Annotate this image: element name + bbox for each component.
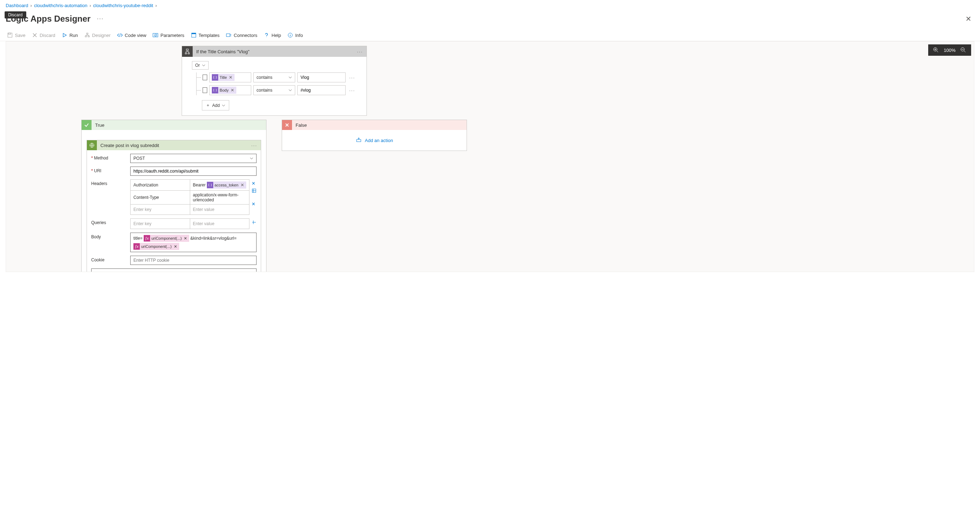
remove-header-icon[interactable]: ✕ — [251, 181, 256, 186]
cookie-input[interactable] — [130, 256, 256, 265]
operator-select[interactable]: contains — [253, 72, 295, 82]
token-label: access_token — [215, 183, 239, 187]
token-label: Title — [220, 75, 227, 80]
close-icon[interactable]: ✕ — [963, 13, 974, 24]
add-action-label: Add an action — [365, 138, 393, 143]
condition-header[interactable]: If the Title Contains "Vlog" ··· — [182, 46, 366, 57]
condition-icon — [182, 46, 192, 57]
token-remove-icon[interactable]: ✕ — [173, 244, 178, 249]
chevron-right-icon: › — [30, 3, 32, 8]
header-value-placeholder[interactable]: Enter value — [190, 204, 250, 214]
http-action-header[interactable]: Create post in vlog subreddit ··· — [87, 140, 261, 150]
plus-icon: ＋ — [206, 102, 210, 108]
header-key[interactable]: Authorization — [130, 180, 190, 190]
svg-rect-1 — [8, 33, 11, 34]
run-button[interactable]: Run — [62, 32, 78, 38]
help-button[interactable]: Help — [264, 32, 281, 38]
add-action-icon — [356, 137, 362, 144]
svg-rect-9 — [226, 34, 230, 37]
help-label: Help — [271, 33, 281, 38]
uri-input[interactable] — [130, 166, 256, 176]
condition-group-operator[interactable]: Or — [192, 61, 208, 70]
dynamic-token: Title ✕ — [212, 74, 234, 81]
http-menu-icon[interactable]: ··· — [248, 143, 261, 148]
token-remove-icon[interactable]: ✕ — [228, 75, 233, 80]
token-icon — [212, 74, 218, 81]
zoom-in-icon[interactable] — [933, 47, 939, 53]
add-parameter-select[interactable]: Add new parameter — [91, 268, 256, 272]
condition-menu-icon[interactable]: ··· — [353, 49, 366, 54]
operand-left[interactable]: Body ✕ — [209, 85, 251, 95]
header-value[interactable]: Bearer access_token ✕ — [190, 180, 250, 190]
body-text: title= — [134, 236, 143, 241]
body-label: Body — [91, 233, 130, 240]
query-value-placeholder[interactable]: Enter value — [190, 219, 250, 229]
more-menu-icon[interactable]: ··· — [97, 16, 103, 22]
add-label: Add — [212, 103, 220, 108]
svg-rect-14 — [185, 53, 187, 54]
body-text: &kind=link&sr=vlog&url= — [190, 236, 236, 241]
value-input[interactable] — [298, 85, 345, 95]
condition-title: If the Title Contains "Vlog" — [192, 47, 353, 56]
token-remove-icon[interactable]: ✕ — [183, 236, 188, 241]
add-action-button[interactable]: Add an action — [282, 130, 466, 150]
parameters-button[interactable]: @ Parameters — [153, 32, 184, 38]
token-remove-icon[interactable]: ✕ — [230, 88, 235, 93]
svg-rect-19 — [356, 140, 361, 142]
header-value[interactable]: application/x-www-form-urlencoded — [190, 191, 250, 204]
header-row: Authorization Bearer access_token ✕ — [130, 180, 249, 191]
connectors-icon — [226, 32, 232, 38]
operator-select[interactable]: contains — [253, 85, 295, 95]
discard-tooltip: Discard — [5, 11, 26, 18]
row-menu-icon[interactable]: ··· — [348, 88, 356, 93]
add-condition-button[interactable]: ＋ Add — [202, 100, 229, 110]
zoom-out-icon[interactable] — [961, 47, 966, 53]
switch-mode-icon[interactable] — [251, 188, 256, 194]
info-button[interactable]: Info — [287, 32, 303, 38]
body-input[interactable]: title= ƒx uriComponent(...) ✕ &kind=link… — [130, 233, 256, 252]
svg-text:@: @ — [154, 34, 157, 37]
header-value-text: Bearer — [193, 182, 206, 187]
operator-label: contains — [256, 75, 272, 80]
remove-header-icon[interactable]: ✕ — [251, 201, 256, 207]
condition-card: If the Title Contains "Vlog" ··· Or Titl… — [182, 46, 367, 116]
designer-canvas[interactable]: 100% If the Title Contains "Vlog" ··· Or — [6, 41, 974, 272]
dynamic-token: access_token ✕ — [207, 182, 246, 188]
check-icon — [82, 120, 92, 130]
query-key-placeholder[interactable]: Enter key — [130, 219, 190, 229]
breadcrumb-reddit[interactable]: cloudwithchris-youtube-reddit — [93, 3, 153, 8]
row-checkbox[interactable] — [203, 75, 207, 80]
fx-label: uriComponent(...) — [141, 244, 172, 249]
header-key-placeholder[interactable]: Enter key — [130, 204, 190, 214]
token-label: Body — [220, 88, 229, 92]
true-branch: True Create post in vlog subreddit ··· *… — [81, 120, 266, 272]
method-select[interactable]: POST — [130, 154, 256, 163]
breadcrumb-dashboard[interactable]: Dashboard — [6, 3, 29, 8]
codeview-button[interactable]: Code view — [117, 32, 146, 38]
connectors-button[interactable]: Connectors — [226, 32, 257, 38]
breadcrumb-automation[interactable]: cloudwithchris-automation — [34, 3, 87, 8]
codeview-label: Code view — [125, 33, 146, 38]
chevron-down-icon — [202, 64, 205, 67]
discard-button[interactable]: Discard — [32, 32, 55, 38]
operand-left[interactable]: Title ✕ — [209, 72, 251, 82]
true-header: True — [82, 120, 266, 130]
header-key[interactable]: Content-Type — [130, 191, 190, 204]
svg-rect-8 — [192, 33, 196, 34]
switch-mode-icon[interactable] — [251, 220, 256, 226]
method-label: * Method — [91, 154, 130, 161]
row-checkbox[interactable] — [203, 87, 207, 93]
designer-button[interactable]: Designer — [84, 32, 111, 38]
play-icon — [62, 32, 67, 38]
fx-icon: ƒx — [134, 243, 140, 250]
false-branch: False Add an action — [282, 120, 467, 151]
breadcrumb: Dashboard › cloudwithchris-automation › … — [0, 0, 980, 11]
token-remove-icon[interactable]: ✕ — [240, 182, 245, 187]
templates-button[interactable]: Templates — [191, 32, 220, 38]
chevron-down-icon — [222, 104, 225, 107]
save-button[interactable]: Save — [7, 32, 25, 38]
value-input[interactable] — [298, 72, 345, 82]
query-row-empty: Enter key Enter value — [130, 219, 249, 229]
row-menu-icon[interactable]: ··· — [348, 75, 356, 80]
http-action-card: Create post in vlog subreddit ··· * Meth… — [87, 140, 261, 272]
